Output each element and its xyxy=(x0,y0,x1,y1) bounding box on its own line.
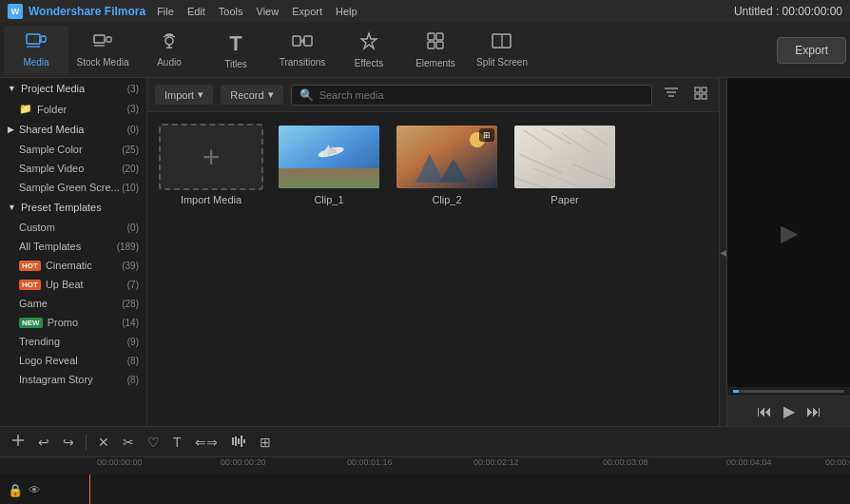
export-button[interactable]: Export xyxy=(777,37,846,64)
sidebar-item-cinematic[interactable]: HOT Cinematic (39) xyxy=(0,256,146,275)
timecode-4: 00:00:03:08 xyxy=(603,457,648,467)
cinematic-count: (39) xyxy=(122,261,139,271)
tool-titles[interactable]: T Titles xyxy=(203,26,268,75)
menu-view[interactable]: View xyxy=(257,6,280,17)
clip1-label: Clip_1 xyxy=(314,194,343,205)
sidebar-item-trending[interactable]: Trending (9) xyxy=(0,332,146,351)
timeline-resize-button[interactable]: ⇐⇒ xyxy=(191,433,222,452)
plus-icon: + xyxy=(203,140,221,175)
trending-count: (9) xyxy=(127,337,139,347)
all-templates-label: All Templates xyxy=(19,241,81,252)
svg-rect-24 xyxy=(695,94,700,99)
record-label: Record xyxy=(230,89,263,101)
tool-titles-label: Titles xyxy=(224,59,247,69)
collapse-handle[interactable]: ◀ xyxy=(719,78,726,426)
sidebar-project-media[interactable]: ▼ Project Media (3) xyxy=(0,78,146,99)
preview-fast-forward-button[interactable]: ⏭ xyxy=(806,403,821,420)
timeline-ruler: 00:00:00:00 00:00:00:20 00:00:01:16 00:0… xyxy=(0,457,850,475)
tool-audio[interactable]: Audio xyxy=(137,26,202,75)
sidebar-item-logo[interactable]: Logo Reveal (8) xyxy=(0,351,146,370)
menu-tools[interactable]: Tools xyxy=(219,6,243,17)
timecode-0: 00:00:00:00 xyxy=(97,457,143,467)
svg-rect-23 xyxy=(702,87,706,92)
tool-transitions[interactable]: Transitions xyxy=(270,26,335,75)
preview-placeholder-icon: ▶ xyxy=(781,220,798,246)
preview-play-button[interactable]: ▶ xyxy=(783,402,795,420)
svg-rect-50 xyxy=(241,436,242,447)
chevron-down-icon: ▼ xyxy=(8,84,16,93)
sample-green-count: (10) xyxy=(122,183,139,193)
search-input[interactable] xyxy=(319,89,644,101)
paper-item[interactable]: Paper xyxy=(512,124,617,205)
tool-audio-label: Audio xyxy=(157,57,182,68)
tool-split-label: Split Screen xyxy=(476,57,528,68)
elements-icon xyxy=(426,31,445,55)
project-media-count: (3) xyxy=(127,84,139,94)
sidebar-item-sample-color[interactable]: Sample Color (25) xyxy=(0,140,146,159)
clip2-thumb: ⊞ xyxy=(395,124,499,190)
menu-file[interactable]: File xyxy=(157,6,174,17)
sidebar-item-instagram[interactable]: Instagram Story (8) xyxy=(0,370,146,389)
preview-slider[interactable] xyxy=(733,390,844,393)
preview-rewind-button[interactable]: ⏮ xyxy=(757,403,772,420)
menu-export[interactable]: Export xyxy=(292,6,322,17)
menu-edit[interactable]: Edit xyxy=(187,6,205,17)
project-media-label: Project Media xyxy=(21,83,85,94)
filter-button[interactable] xyxy=(660,85,683,105)
clip2-icon-overlay: ⊞ xyxy=(479,128,494,142)
preview-panel: ▶ ⏮ ▶ ⏭ xyxy=(726,78,850,426)
paper-label: Paper xyxy=(551,194,578,205)
tool-media[interactable]: Media xyxy=(4,26,68,75)
timeline-like-button[interactable]: ♡ xyxy=(144,433,164,452)
folder-label: Folder xyxy=(37,104,67,115)
sidebar-item-custom[interactable]: Custom (0) xyxy=(0,218,146,237)
sidebar-item-sample-green[interactable]: Sample Green Scre... (10) xyxy=(0,178,146,197)
search-box: 🔍 xyxy=(291,85,652,106)
import-media-item[interactable]: + Import Media xyxy=(159,124,263,205)
import-button[interactable]: Import ▾ xyxy=(155,85,213,105)
tool-elements[interactable]: Elements xyxy=(403,26,468,75)
sidebar-item-game[interactable]: Game (28) xyxy=(0,294,146,313)
svg-rect-9 xyxy=(293,36,300,46)
tool-stock[interactable]: Stock Media xyxy=(70,26,135,75)
sidebar-item-folder[interactable]: 📁 Folder (3) xyxy=(0,99,146,119)
timeline-snap-button[interactable]: ⊞ xyxy=(256,433,275,452)
timeline-track-hide-button[interactable]: 👁 xyxy=(29,483,41,497)
svg-rect-3 xyxy=(94,35,105,43)
chevron-right-icon: ▶ xyxy=(8,125,14,134)
timeline-add-track-button[interactable] xyxy=(8,432,29,452)
transitions-icon xyxy=(292,32,313,54)
grid-view-button[interactable] xyxy=(690,85,711,105)
tl-separator-1 xyxy=(86,435,87,450)
sidebar-shared-media[interactable]: ▶ Shared Media (0) xyxy=(0,119,146,140)
timeline-text-button[interactable]: T xyxy=(169,433,185,452)
menu-items: File Edit Tools View Export Help xyxy=(157,6,357,17)
menu-help[interactable]: Help xyxy=(336,6,357,17)
sidebar-item-all-templates[interactable]: All Templates (189) xyxy=(0,237,146,256)
clip2-item[interactable]: ⊞ Clip_2 xyxy=(395,124,499,205)
clip1-item[interactable]: Clip_1 xyxy=(277,124,381,205)
folder-count: (3) xyxy=(127,104,139,114)
shared-media-count: (0) xyxy=(127,125,139,135)
sidebar-item-sample-video[interactable]: Sample Video (20) xyxy=(0,159,146,178)
timeline-audio-button[interactable] xyxy=(227,433,250,452)
shared-media-label: Shared Media xyxy=(19,124,85,135)
record-button[interactable]: Record ▾ xyxy=(221,85,282,105)
sidebar-preset-templates[interactable]: ▼ Preset Templates xyxy=(0,197,146,218)
effects-icon xyxy=(359,31,378,55)
sidebar-item-upbeat[interactable]: HOT Up Beat (7) xyxy=(0,275,146,294)
svg-rect-1 xyxy=(41,36,46,42)
import-media-label: Import Media xyxy=(181,194,241,205)
timeline-delete-button[interactable]: ✕ xyxy=(94,433,113,452)
timeline-undo-button[interactable]: ↩ xyxy=(34,433,53,452)
timeline-track-lock-button[interactable]: 🔒 xyxy=(8,483,23,497)
svg-marker-12 xyxy=(361,33,377,48)
svg-rect-4 xyxy=(106,37,111,42)
timeline-redo-button[interactable]: ↪ xyxy=(59,433,78,452)
timeline-cut-button[interactable]: ✂ xyxy=(119,433,138,452)
sidebar-item-promo[interactable]: NEW Promo (14) xyxy=(0,313,146,332)
tool-effects[interactable]: Effects xyxy=(337,26,401,75)
instagram-label: Instagram Story xyxy=(19,374,93,385)
tool-split[interactable]: Split Screen xyxy=(470,26,534,75)
paper-thumb xyxy=(512,124,617,190)
